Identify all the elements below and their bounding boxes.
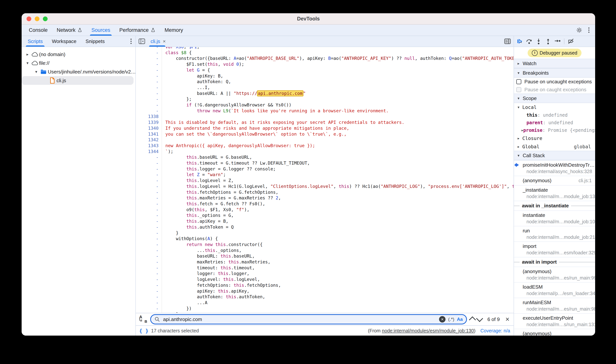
close-window-button[interactable] — [27, 16, 31, 21]
gutter-line[interactable]: 1343 — [136, 143, 159, 149]
next-match-button[interactable] — [476, 315, 483, 322]
gutter-line[interactable]: 1344 — [136, 149, 159, 155]
chevron-right-icon[interactable]: ▸ — [517, 136, 520, 141]
gutter-line[interactable]: - — [136, 85, 159, 91]
more-options-icon[interactable] — [588, 27, 589, 33]
breakpoints-section-header[interactable]: ▾ Breakpoints — [514, 68, 595, 78]
call-stack-frame[interactable]: executeUserEntryPointnode:internal/m…s/r… — [514, 313, 595, 329]
more-tabs-icon[interactable] — [130, 39, 135, 44]
call-stack-frame[interactable]: (anonymous)cli.js:1 — [514, 176, 595, 185]
call-stack-frame[interactable]: _instantiatenode:internal/m…module_job:1… — [514, 185, 595, 201]
gutter-line[interactable]: 1342 — [136, 137, 159, 143]
gutter-line[interactable]: - — [136, 300, 159, 306]
scope-group-local[interactable]: ▾Local — [514, 103, 595, 111]
tab-scripts[interactable]: Scripts — [23, 36, 47, 47]
call-stack-frame[interactable]: loadESMnode:internal/p…/esm_loader:34 — [514, 282, 595, 298]
line-number-gutter[interactable]: ------------1338133913401341134213431344… — [136, 47, 162, 313]
resume-script-icon[interactable] — [516, 38, 523, 45]
call-stack-frame[interactable]: (anonymous)node:internal/m…main_module:2 — [514, 329, 595, 336]
tab-performance[interactable]: Performance — [115, 25, 160, 36]
scope-group-closure[interactable]: ▸Closure — [514, 134, 595, 143]
pause-caught-row[interactable]: Pause on caught exceptions — [514, 86, 595, 93]
gutter-line[interactable]: 1340 — [136, 125, 159, 131]
scope-section-header[interactable]: ▾ Scope — [514, 93, 595, 103]
zoom-window-button[interactable] — [43, 16, 48, 21]
gutter-line[interactable]: - — [136, 79, 159, 85]
search-input[interactable] — [163, 316, 436, 323]
gutter-line[interactable]: 1339 — [136, 119, 159, 125]
gutter-line[interactable]: - — [136, 178, 159, 183]
gutter-line[interactable]: - — [136, 224, 159, 230]
gutter-line[interactable]: - — [136, 311, 159, 313]
call-stack-section-header[interactable]: ▾ Call Stack — [514, 151, 595, 160]
gutter-line[interactable]: - — [136, 108, 159, 114]
call-stack-frame[interactable]: promiseInitHookWithDestroyTr…node:intern… — [514, 160, 595, 176]
chevron-down-icon[interactable]: ▾ — [517, 105, 520, 109]
tab-console[interactable]: Console — [24, 25, 52, 36]
chevron-down-icon[interactable]: ▾ — [33, 69, 40, 74]
call-stack-frame[interactable]: importnode:internal/m…esm/loader:329 — [514, 241, 595, 257]
gutter-line[interactable]: - — [136, 294, 159, 300]
step-icon[interactable] — [554, 38, 561, 45]
gutter-line[interactable]: - — [136, 236, 159, 242]
tree-row-users-jinhuilee-nvm-versions-node-v2-[interactable]: ▾Users/jinhuilee/.nvm/versions/node/v2… — [22, 67, 135, 76]
minimize-window-button[interactable] — [35, 16, 40, 21]
tab-workspace[interactable]: Workspace — [47, 36, 81, 47]
gutter-line[interactable]: - — [136, 259, 159, 265]
watch-section-header[interactable]: ▸ Watch — [514, 59, 595, 68]
gutter-line[interactable]: - — [136, 50, 159, 56]
gutter-line[interactable]: - — [136, 189, 159, 195]
gutter-line[interactable]: - — [136, 242, 159, 247]
chevron-right-icon[interactable]: ▸ — [517, 144, 520, 149]
gutter-line[interactable]: - — [136, 195, 159, 201]
gutter-line[interactable]: - — [136, 172, 159, 178]
match-case-toggle[interactable]: Aa — [457, 317, 463, 322]
pause-uncaught-row[interactable]: Pause on uncaught exceptions — [514, 78, 595, 86]
gutter-line[interactable]: - — [136, 247, 159, 253]
gutter-line[interactable]: 1338 — [136, 114, 159, 119]
chevron-right-icon[interactable]: ▸ — [521, 128, 523, 132]
gutter-line[interactable]: - — [136, 61, 159, 67]
gutter-line[interactable]: - — [136, 47, 159, 50]
gutter-line[interactable]: - — [136, 102, 159, 108]
close-search-icon[interactable]: × — [504, 315, 511, 323]
gutter-line[interactable]: - — [136, 288, 159, 294]
tab-memory[interactable]: Memory — [160, 25, 188, 36]
gutter-line[interactable]: - — [136, 230, 159, 236]
call-stack-frame[interactable]: runnode:internal/m…module_job:214 — [514, 226, 595, 241]
editor-tab-cli-js[interactable]: cli.js × — [149, 36, 167, 47]
gutter-line[interactable]: - — [136, 160, 159, 166]
step-over-icon[interactable] — [525, 38, 533, 45]
gutter-line[interactable]: - — [136, 282, 159, 288]
gutter-line[interactable]: - — [136, 67, 159, 73]
gutter-line[interactable]: - — [136, 253, 159, 259]
gutter-line[interactable]: - — [136, 91, 159, 96]
tab-snippets[interactable]: Snippets — [81, 36, 109, 47]
collapse-debugger-icon[interactable] — [504, 38, 511, 44]
coverage-link[interactable]: Coverage: n/a — [480, 328, 510, 334]
gutter-line[interactable]: - — [136, 183, 159, 189]
replace-toggle-icon[interactable]: A B — [139, 315, 147, 324]
gutter-line[interactable]: - — [136, 154, 159, 160]
gutter-line[interactable]: - — [136, 218, 159, 224]
tree-row-cli-js[interactable]: cli.js — [22, 76, 134, 85]
scope-property-promise[interactable]: ▸promise: Promise {<pending>} — [514, 127, 595, 134]
scope-group-global[interactable]: ▸Globalglobal — [514, 143, 595, 151]
clear-search-icon[interactable]: × — [439, 316, 446, 323]
gutter-line[interactable]: 1341 — [136, 131, 159, 137]
call-stack-frame[interactable]: runMainESMnode:internal/m…es/run_main:98 — [514, 298, 595, 313]
gutter-line[interactable]: - — [136, 271, 159, 276]
step-into-icon[interactable] — [535, 38, 542, 45]
gutter-line[interactable]: - — [136, 306, 159, 312]
collapse-sidebar-icon[interactable] — [139, 38, 145, 44]
previous-match-button[interactable] — [469, 316, 476, 323]
gutter-line[interactable]: - — [136, 55, 159, 61]
scope-property-parent[interactable]: parent: undefined — [514, 119, 595, 127]
chevron-right-icon[interactable]: ▸ — [24, 52, 31, 57]
tree-row--no-domain-[interactable]: ▸(no domain) — [22, 50, 135, 59]
deactivate-breakpoints-icon[interactable] — [567, 38, 575, 45]
tab-network[interactable]: Network — [52, 25, 87, 36]
module-job-link[interactable]: node:internal/modules/esm/module_job:130 — [382, 328, 474, 333]
close-tab-icon[interactable]: × — [163, 39, 166, 44]
gutter-line[interactable]: - — [136, 73, 159, 79]
